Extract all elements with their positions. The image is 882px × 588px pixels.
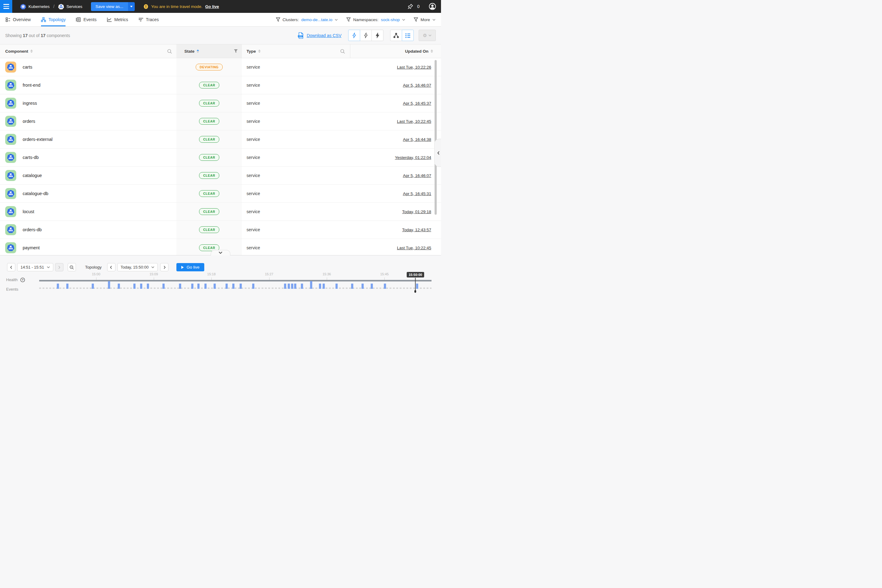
table-row[interactable]: catalogue-db CLEAR service Apr 5, 16:45:… bbox=[0, 184, 441, 203]
column-header-state[interactable]: State bbox=[176, 44, 242, 58]
download-csv-link[interactable]: CSV Download as CSV bbox=[297, 32, 342, 39]
service-component-icon[interactable] bbox=[5, 206, 16, 217]
health-timeline-bar[interactable] bbox=[39, 280, 432, 282]
event-bar[interactable] bbox=[232, 284, 235, 289]
lightning-outline-button[interactable] bbox=[360, 30, 372, 41]
lightning-outline-active-button[interactable] bbox=[348, 30, 360, 41]
event-bar[interactable] bbox=[351, 284, 353, 289]
list-view-button[interactable] bbox=[402, 30, 414, 41]
search-icon[interactable] bbox=[167, 49, 172, 54]
service-component-icon[interactable] bbox=[5, 98, 16, 109]
event-bar[interactable] bbox=[252, 284, 255, 289]
updated-on-link[interactable]: Yesterday, 01:22:04 bbox=[395, 155, 431, 160]
component-name[interactable]: payment bbox=[22, 245, 40, 250]
service-component-icon[interactable] bbox=[5, 62, 16, 73]
user-avatar-icon[interactable] bbox=[429, 3, 436, 10]
time-travel-marker-handle[interactable] bbox=[414, 290, 416, 293]
event-bar[interactable] bbox=[240, 284, 242, 289]
event-bar[interactable] bbox=[205, 284, 207, 289]
component-name[interactable]: carts bbox=[22, 64, 32, 69]
service-component-icon[interactable] bbox=[5, 224, 16, 235]
help-icon[interactable]: ? bbox=[20, 278, 25, 282]
table-row[interactable]: carts DEVIATING service Last Tue, 10:22:… bbox=[0, 58, 441, 76]
breadcrumb-view[interactable]: Services bbox=[58, 4, 82, 9]
component-name[interactable]: orders bbox=[22, 119, 35, 124]
table-row[interactable]: locust CLEAR service Today, 01:29:18 bbox=[0, 203, 441, 221]
updated-on-link[interactable]: Today, 12:43:57 bbox=[402, 228, 431, 232]
filter-funnel-icon[interactable] bbox=[234, 49, 238, 53]
event-bar[interactable] bbox=[213, 284, 216, 289]
updated-on-link[interactable]: Last Tue, 10:22:26 bbox=[397, 65, 431, 69]
event-bar[interactable] bbox=[319, 284, 321, 289]
time-travel-marker-line[interactable] bbox=[415, 278, 416, 291]
event-bar[interactable] bbox=[335, 284, 338, 289]
breadcrumb-product[interactable]: Kubernetes bbox=[20, 4, 50, 9]
namespaces-filter[interactable]: Namespaces: sock-shop bbox=[346, 18, 405, 22]
component-name[interactable]: catalogue-db bbox=[22, 191, 48, 196]
event-bar[interactable] bbox=[294, 284, 297, 289]
tab-overview[interactable]: Overview bbox=[6, 13, 31, 26]
updated-on-link[interactable]: Apr 5, 16:46:07 bbox=[403, 83, 431, 88]
updated-on-link[interactable]: Last Tue, 10:22:45 bbox=[397, 246, 431, 250]
component-name[interactable]: locust bbox=[22, 209, 34, 214]
event-bar[interactable] bbox=[118, 284, 120, 289]
event-bar[interactable] bbox=[284, 284, 286, 289]
tab-metrics[interactable]: Metrics bbox=[107, 13, 128, 26]
event-bar[interactable] bbox=[198, 284, 200, 289]
event-bar[interactable] bbox=[134, 284, 136, 289]
updated-on-link[interactable]: Apr 5, 16:45:37 bbox=[403, 101, 431, 106]
vertical-scrollbar[interactable] bbox=[435, 60, 437, 214]
timeline-chart[interactable]: 15:0015:0915:1815:2715:3615:4515:50:00 bbox=[39, 255, 432, 294]
range-back-button[interactable] bbox=[7, 263, 15, 272]
table-row[interactable]: orders-external CLEAR service Apr 5, 16:… bbox=[0, 130, 441, 148]
component-name[interactable]: front-end bbox=[22, 82, 40, 88]
event-bar[interactable] bbox=[179, 284, 181, 289]
component-name[interactable]: orders-external bbox=[22, 137, 52, 142]
table-row[interactable]: catalogue CLEAR service Apr 5, 16:46:07 bbox=[0, 166, 441, 184]
tab-events[interactable]: Events bbox=[76, 13, 96, 26]
column-header-type[interactable]: Type bbox=[242, 44, 350, 58]
sort-icons[interactable] bbox=[196, 50, 199, 53]
event-bar[interactable] bbox=[108, 281, 110, 289]
table-row[interactable]: orders CLEAR service Last Tue, 10:22:45 bbox=[0, 112, 441, 130]
event-bar[interactable] bbox=[191, 284, 193, 289]
event-bar[interactable] bbox=[57, 284, 59, 289]
save-view-caret-button[interactable] bbox=[128, 2, 135, 11]
event-bar[interactable] bbox=[301, 284, 303, 289]
event-bar[interactable] bbox=[147, 284, 149, 289]
service-component-icon[interactable] bbox=[5, 134, 16, 145]
component-name[interactable]: catalogue bbox=[22, 173, 42, 178]
pin-icon[interactable] bbox=[407, 3, 413, 9]
component-name[interactable]: ingress bbox=[22, 101, 37, 106]
more-filter[interactable]: More bbox=[414, 18, 435, 22]
tab-traces[interactable]: Traces bbox=[138, 13, 159, 26]
service-component-icon[interactable] bbox=[5, 170, 16, 181]
timeline-collapse-toggle[interactable] bbox=[211, 250, 230, 255]
table-row[interactable]: ingress CLEAR service Apr 5, 16:45:37 bbox=[0, 94, 441, 112]
updated-on-link[interactable]: Apr 5, 16:44:38 bbox=[403, 137, 431, 142]
event-bar[interactable] bbox=[288, 284, 290, 289]
hamburger-menu-button[interactable] bbox=[0, 0, 12, 13]
topology-view-button[interactable] bbox=[390, 30, 402, 41]
right-panel-collapse-tab[interactable] bbox=[434, 139, 441, 167]
event-bar[interactable] bbox=[362, 284, 363, 289]
service-component-icon[interactable] bbox=[5, 80, 16, 91]
updated-on-link[interactable]: Apr 5, 16:46:07 bbox=[403, 173, 431, 178]
event-bar[interactable] bbox=[322, 284, 325, 289]
clusters-filter[interactable]: Clusters: demo-de...tate.io bbox=[276, 18, 338, 22]
component-name[interactable]: orders-db bbox=[22, 227, 42, 232]
component-name[interactable]: carts-db bbox=[22, 155, 39, 160]
search-icon[interactable] bbox=[340, 49, 345, 54]
updated-on-link[interactable]: Last Tue, 10:22:45 bbox=[397, 119, 431, 124]
lightning-filled-button[interactable] bbox=[372, 30, 383, 41]
event-bar[interactable] bbox=[291, 284, 293, 289]
updated-on-link[interactable]: Apr 5, 16:45:31 bbox=[403, 191, 431, 196]
service-component-icon[interactable] bbox=[5, 242, 16, 253]
sort-icons[interactable] bbox=[258, 50, 261, 53]
save-view-button[interactable]: Save view as... bbox=[91, 2, 128, 11]
sort-icons[interactable] bbox=[430, 50, 433, 53]
table-row[interactable]: orders-db CLEAR service Today, 12:43:57 bbox=[0, 221, 441, 239]
service-component-icon[interactable] bbox=[5, 188, 16, 199]
time-travel-marker-badge[interactable]: 15:50:00 bbox=[407, 272, 424, 278]
updated-on-link[interactable]: Today, 01:29:18 bbox=[402, 210, 431, 214]
